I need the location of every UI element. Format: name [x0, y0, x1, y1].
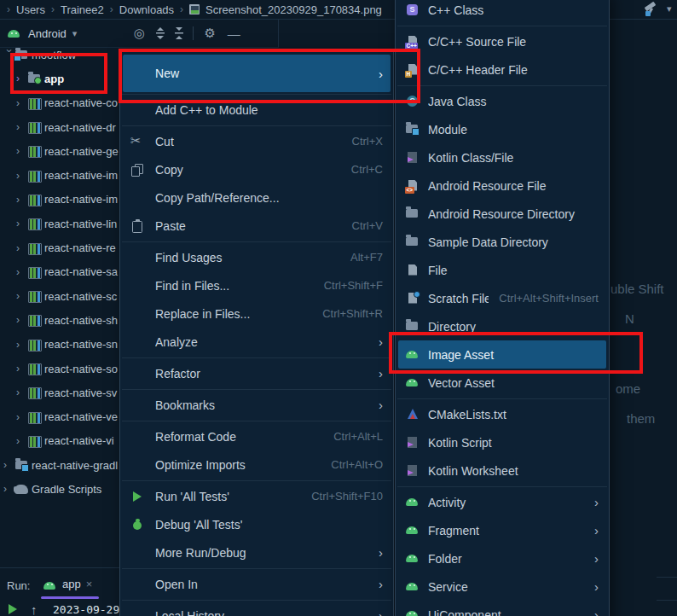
menu-item-reformat-code[interactable]: Reformat CodeCtrl+Alt+L [123, 422, 391, 450]
menu-item-fragment[interactable]: Fragment› [398, 516, 606, 544]
menu-item-java-class[interactable]: Java Class [398, 87, 606, 115]
menu-item-android-resource-file[interactable]: Android Resource File [398, 171, 606, 200]
chevron-collapsed-icon[interactable]: › [16, 218, 27, 230]
hide-panel-icon[interactable]: — [226, 26, 241, 41]
menu-item-local-history[interactable]: Local History› [123, 601, 391, 616]
chevron-down-icon[interactable]: ▾ [667, 3, 672, 15]
menu-item-open-in[interactable]: Open In› [123, 570, 391, 598]
menu-item-c-c-source-file[interactable]: C/C++ Source File [398, 27, 606, 55]
chevron-collapsed-icon[interactable]: › [16, 121, 27, 133]
menu-item-cmakelists-txt[interactable]: CMakeLists.txt [398, 400, 606, 428]
tree-item-react-native-co[interactable]: ›react-native-co [0, 91, 121, 115]
menu-item-paste[interactable]: PasteCtrl+V [123, 212, 391, 240]
menu-item-c-c-header-file[interactable]: C/C++ Header File [398, 55, 606, 84]
menu-item-service[interactable]: Service› [398, 572, 606, 601]
menu-item-replace-in-files[interactable]: Replace in Files...Ctrl+Shift+R [123, 299, 391, 328]
breadcrumb-item-users[interactable]: Users [16, 3, 45, 16]
hammer-icon[interactable] [641, 3, 663, 17]
tree-item-react-native-re[interactable]: ›react-native-re [0, 235, 121, 259]
divider [657, 600, 677, 601]
menu-item-label: C/C++ Source File [428, 35, 599, 49]
chevron-collapsed-icon[interactable]: › [16, 363, 27, 375]
menu-item-kotlin-script[interactable]: Kotlin Script [398, 428, 606, 456]
tree-item-label: react-native-im [44, 193, 118, 206]
breadcrumb-item-trainee2[interactable]: Trainee2 [61, 3, 104, 16]
android-icon [405, 375, 420, 391]
tree-item-react-native-vi[interactable]: ›react-native-vi [0, 429, 121, 453]
menu-item-more-run-debug[interactable]: More Run/Debug› [123, 538, 391, 567]
menu-item-activity[interactable]: Activity› [398, 488, 606, 516]
android-icon [43, 578, 57, 590]
chevron-collapsed-icon[interactable]: › [16, 266, 27, 278]
menu-item-uicomponent[interactable]: UiComponent› [398, 601, 606, 616]
tree-item-react-native-sh[interactable]: ›react-native-sh [0, 308, 121, 332]
chevron-collapsed-icon[interactable]: › [16, 97, 27, 109]
tree-item-gradle-scripts[interactable]: ›Gradle Scripts [0, 477, 121, 501]
menu-item-refactor[interactable]: Refactor› [123, 359, 391, 387]
menu-item-cut[interactable]: CutCtrl+X [123, 127, 391, 155]
menu-item-sample-data-directory[interactable]: Sample Data Directory [398, 228, 606, 256]
menu-item-copy-path-reference[interactable]: Copy Path/Reference... [123, 183, 391, 212]
menu-item-folder[interactable]: Folder› [398, 544, 606, 572]
chevron-collapsed-icon[interactable]: › [16, 386, 27, 398]
up-arrow-icon[interactable]: ↑ [31, 602, 38, 616]
icon-spacer [130, 366, 147, 381]
tree-item-react-native-im[interactable]: ›react-native-im [0, 163, 121, 187]
tree-item-react-native-so[interactable]: ›react-native-so [0, 357, 121, 381]
chevron-collapsed-icon[interactable]: › [16, 411, 27, 423]
menu-item-shortcut: Ctrl+Shift+F10 [311, 490, 383, 503]
tree-item-react-native-sa[interactable]: ›react-native-sa [0, 260, 121, 284]
locate-file-icon[interactable]: ◎ [131, 26, 147, 41]
tree-item-label: react-native-sc [44, 290, 117, 303]
cpp-class-icon [405, 3, 420, 18]
menu-item-c-class[interactable]: C++ Class [398, 0, 606, 24]
close-icon[interactable]: × [86, 578, 93, 590]
chevron-collapsed-icon[interactable]: › [16, 170, 27, 182]
menu-item-copy[interactable]: CopyCtrl+C [123, 155, 391, 183]
menu-item-optimize-imports[interactable]: Optimize ImportsCtrl+Alt+O [123, 450, 391, 479]
menu-item-bookmarks[interactable]: Bookmarks› [123, 391, 391, 419]
tree-item-react-native-lin[interactable]: ›react-native-lin [0, 212, 121, 235]
menu-item-kotlin-class-file[interactable]: Kotlin Class/File [398, 143, 606, 171]
tree-item-react-native-im[interactable]: ›react-native-im [0, 188, 121, 212]
menu-item-scratch-file[interactable]: Scratch FileCtrl+Alt+Shift+Insert [398, 284, 606, 312]
tree-item-react-native-sn[interactable]: ›react-native-sn [0, 333, 121, 357]
menu-item-kotlin-worksheet[interactable]: Kotlin Worksheet [398, 456, 606, 485]
breadcrumb-item-downloads[interactable]: Downloads [119, 3, 174, 16]
tree-item-react-native-sv[interactable]: ›react-native-sv [0, 381, 121, 404]
chevron-collapsed-icon[interactable]: › [3, 459, 14, 471]
menu-item-android-resource-directory[interactable]: Android Resource Directory [398, 200, 606, 228]
menu-separator [122, 357, 391, 358]
menu-item-label: Android Resource File [428, 179, 599, 193]
tree-item-react-native-ge[interactable]: ›react-native-ge [0, 139, 121, 163]
chevron-collapsed-icon[interactable]: › [16, 242, 27, 254]
menu-item-run-all-tests[interactable]: Run 'All Tests'Ctrl+Shift+F10 [123, 482, 391, 510]
project-view-selector[interactable]: Android ▾ [7, 26, 77, 40]
settings-gear-icon[interactable]: ⚙ [202, 26, 217, 41]
tree-item-react-native-ve[interactable]: ›react-native-ve [0, 404, 121, 428]
run-tab-app[interactable]: app × [43, 578, 92, 590]
menu-item-module[interactable]: Module [398, 115, 606, 143]
breadcrumb-file-name[interactable]: Screenshot_20230929_170834.png [205, 3, 382, 16]
menu-item-analyze[interactable]: Analyze› [123, 328, 391, 356]
menu-item-debug-all-tests[interactable]: Debug 'All Tests' [123, 510, 391, 538]
chevron-collapsed-icon[interactable]: › [16, 290, 27, 302]
menu-item-find-in-files[interactable]: Find in Files...Ctrl+Shift+F [123, 271, 391, 299]
chevron-collapsed-icon[interactable]: › [16, 145, 27, 157]
tree-item-react-native-dr[interactable]: ›react-native-dr [0, 115, 121, 139]
chevron-collapsed-icon[interactable]: › [16, 314, 27, 326]
menu-item-label: Vector Asset [428, 376, 599, 390]
menu-item-find-usages[interactable]: Find UsagesAlt+F7 [123, 243, 391, 271]
tree-item-react-native-gradl[interactable]: ›react-native-gradl [0, 453, 121, 477]
expand-all-icon[interactable] [155, 27, 165, 39]
menu-separator [122, 125, 391, 126]
chevron-collapsed-icon[interactable]: › [16, 339, 27, 351]
chevron-collapsed-icon[interactable]: › [16, 435, 27, 447]
tree-item-react-native-sc[interactable]: ›react-native-sc [0, 284, 121, 308]
chevron-collapsed-icon[interactable]: › [16, 194, 27, 206]
collapse-all-icon[interactable] [174, 27, 184, 39]
rerun-play-icon[interactable] [9, 604, 17, 614]
menu-item-file[interactable]: File [398, 256, 606, 284]
folder-icon [405, 235, 420, 250]
annotation-rect-app [10, 53, 107, 94]
